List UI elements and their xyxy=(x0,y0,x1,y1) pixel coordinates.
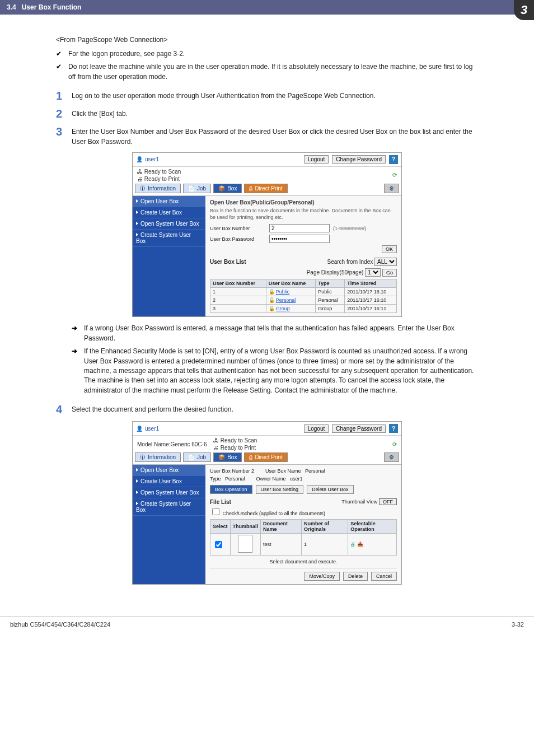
refresh-icon[interactable]: ⟳ xyxy=(392,441,397,447)
go-button[interactable]: Go xyxy=(382,269,397,277)
arrow-note-1: If a wrong User Box Password is entered,… xyxy=(72,324,478,343)
sidebar-item-open-system-user-box[interactable]: Open System User Box xyxy=(133,218,205,230)
table-row[interactable]: 2 Personal Personal 2011/10/17 16:10 xyxy=(210,296,397,305)
change-password-button[interactable]: Change Password xyxy=(332,424,386,433)
note-machine: Do not leave the machine while you are i… xyxy=(56,62,478,82)
box-link-personal[interactable]: Personal xyxy=(276,297,296,303)
tab-box[interactable]: 📦Box xyxy=(213,452,242,462)
model-label: Model Name: xyxy=(137,441,170,447)
ok-button[interactable]: OK xyxy=(382,245,397,253)
box-operation-button[interactable]: Box Operation xyxy=(210,485,252,494)
chapter-badge: 3 xyxy=(514,0,534,20)
logout-button[interactable]: Logout xyxy=(304,155,329,164)
select-doc-note: Select document and execute. xyxy=(210,559,397,564)
box-link-public[interactable]: Public xyxy=(276,289,290,295)
cancel-button[interactable]: Cancel xyxy=(371,572,397,581)
model-value: Generic 60C-6 xyxy=(170,441,207,447)
label-user-box-number: User Box Number xyxy=(210,226,266,231)
screenshot-file-list: 👤user1 Logout Change Password ? Model Na… xyxy=(132,421,402,585)
tab-settings[interactable]: ⚙ xyxy=(384,184,399,193)
sidebar-item-open-system-user-box[interactable]: Open System User Box xyxy=(133,487,205,498)
note-logon: For the logon procedure, see page 3-2. xyxy=(56,49,478,59)
sidebar-item-open-user-box[interactable]: Open User Box xyxy=(133,196,205,207)
tab-direct-print[interactable]: ⎙Direct Print xyxy=(244,452,287,462)
footer-page: 3-32 xyxy=(512,621,524,628)
footer-product: bizhub C554/C454/C364/C284/C224 xyxy=(10,621,110,628)
user-box-setting-button[interactable]: User Box Setting xyxy=(256,485,304,494)
input-user-box-password[interactable] xyxy=(269,235,330,243)
list-title: User Box List xyxy=(210,259,246,265)
step-2-num: 2 xyxy=(56,108,72,120)
step-4-num: 4 xyxy=(56,403,72,416)
doc-originals: 1 xyxy=(302,534,348,556)
user-icon: 👤 xyxy=(136,156,143,162)
col-time-stored: Time Stored xyxy=(345,279,397,288)
col-user-box-number: User Box Number xyxy=(210,279,266,288)
print-icon[interactable]: 🖨 xyxy=(350,542,355,547)
from-subtitle: <From PageScope Web Connection> xyxy=(56,36,478,44)
tab-information[interactable]: 🛈Information xyxy=(135,184,181,193)
change-password-button[interactable]: Change Password xyxy=(332,155,386,164)
search-from-index-select[interactable]: ALL xyxy=(374,258,397,266)
tab-direct-print[interactable]: ⎙Direct Print xyxy=(244,184,287,193)
user-box-number-label: User Box Number xyxy=(210,468,250,474)
table-row[interactable]: 3 Group Group 2011/10/17 16:11 xyxy=(210,305,397,313)
step-1-num: 1 xyxy=(56,90,72,102)
file-list-title: File List xyxy=(210,499,231,505)
sidebar-item-create-user-box[interactable]: Create User Box xyxy=(133,476,205,487)
scan-status-icon: 🖧 xyxy=(137,169,143,175)
tab-job[interactable]: 📄Job xyxy=(183,452,211,462)
sidebar-item-create-system-user-box[interactable]: Create System User Box xyxy=(133,230,205,247)
help-icon[interactable]: ? xyxy=(389,424,398,433)
label-user-box-password: User Box Password xyxy=(210,236,266,242)
col-user-box-name: User Box Name xyxy=(266,279,316,288)
sidebar-item-open-user-box[interactable]: Open User Box xyxy=(133,465,205,476)
logout-button[interactable]: Logout xyxy=(304,424,329,433)
owner-label: Owner Name xyxy=(256,476,286,482)
user-box-name-label: User Box Name xyxy=(265,468,301,474)
sidebar-item-create-system-user-box[interactable]: Create System User Box xyxy=(133,498,205,516)
col-number-of-originals: Number of Originals xyxy=(302,520,348,534)
col-selectable-operation: Selectable Operation xyxy=(348,520,397,534)
help-icon[interactable]: ? xyxy=(389,155,398,164)
delete-button[interactable]: Delete xyxy=(343,572,368,581)
thumbnail-toggle[interactable]: OFF xyxy=(379,498,397,505)
tab-settings[interactable]: ⚙ xyxy=(384,452,399,462)
move-copy-button[interactable]: Move/Copy xyxy=(304,572,340,581)
table-row[interactable]: test 1 🖨 📤 xyxy=(210,534,397,556)
scan-status: Ready to Scan xyxy=(221,437,257,444)
tab-job[interactable]: 📄Job xyxy=(183,184,211,193)
user-icon: 👤 xyxy=(136,426,143,432)
arrow-note-2: If the Enhanced Security Mode is set to … xyxy=(72,347,478,395)
step-3-num: 3 xyxy=(56,125,72,138)
col-select: Select xyxy=(210,520,231,534)
tab-box[interactable]: 📦Box xyxy=(213,184,242,193)
user-name: user1 xyxy=(145,156,159,162)
scan-status-icon: 🖧 xyxy=(213,437,219,444)
scan-status: Ready to Scan xyxy=(144,169,181,175)
table-row[interactable]: 1 Public Public 2011/10/17 16:10 xyxy=(210,288,397,296)
refresh-icon[interactable]: ⟳ xyxy=(392,172,397,178)
delete-user-box-button[interactable]: Delete User Box xyxy=(307,485,354,494)
print-status: Ready to Print xyxy=(144,176,180,182)
section-title: User Box Function xyxy=(22,3,82,11)
box-link-group[interactable]: Group xyxy=(276,306,290,311)
check-all-checkbox[interactable] xyxy=(212,508,219,515)
print-status: Ready to Print xyxy=(221,445,256,451)
owner-value: user1 xyxy=(290,476,303,482)
row-select-checkbox[interactable] xyxy=(215,541,222,548)
hint-range: (1-999999999) xyxy=(333,226,366,231)
col-thumbnail: Thumbnail xyxy=(230,520,261,534)
input-user-box-number[interactable] xyxy=(269,224,330,232)
user-box-name-value: Personal xyxy=(305,468,325,474)
sidebar-item-create-user-box[interactable]: Create User Box xyxy=(133,207,205,218)
col-type: Type xyxy=(316,279,345,288)
send-icon[interactable]: 📤 xyxy=(357,542,363,547)
page-display-select[interactable]: 1 xyxy=(365,268,381,277)
check-all-label: Check/Uncheck (applied to all the docume… xyxy=(223,511,326,516)
print-status-icon: 🖨 xyxy=(137,176,143,182)
user-name: user1 xyxy=(145,426,159,432)
type-value: Personal xyxy=(225,476,245,482)
search-from-index-label: Search from Index xyxy=(327,259,373,265)
tab-information[interactable]: 🛈Information xyxy=(135,452,181,462)
